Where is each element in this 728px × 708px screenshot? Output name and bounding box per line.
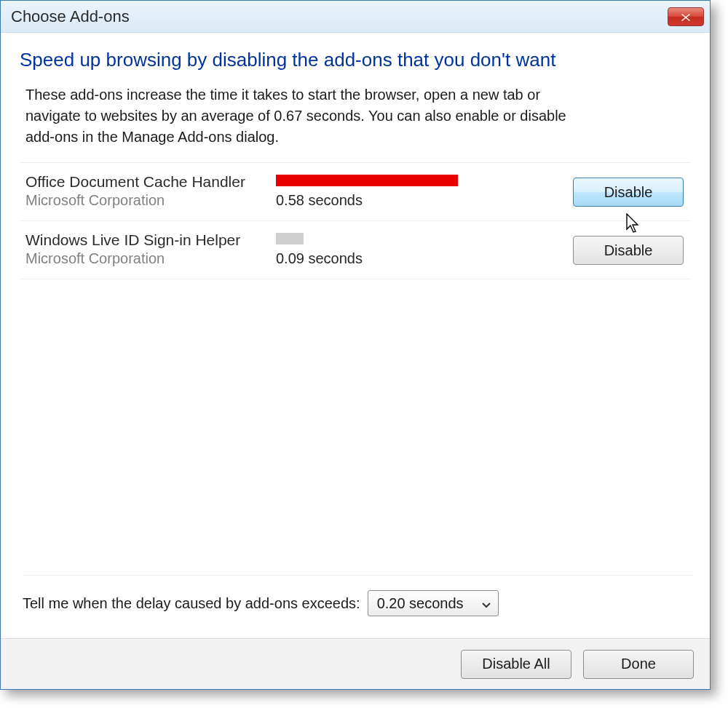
threshold-select[interactable]: 0.20 seconds xyxy=(368,590,499,616)
load-time-bar xyxy=(276,233,304,244)
load-time-bar xyxy=(276,175,458,186)
close-icon xyxy=(681,7,691,26)
title-bar: Choose Add-ons xyxy=(1,1,710,33)
load-time-label: 0.09 seconds xyxy=(276,250,502,267)
close-button[interactable] xyxy=(668,7,704,26)
addon-name: Windows Live ID Sign-in Helper xyxy=(25,231,276,249)
addon-publisher: Microsoft Corporation xyxy=(25,250,276,267)
window-title: Choose Add-ons xyxy=(11,7,668,26)
threshold-label: Tell me when the delay caused by add-ons… xyxy=(23,595,360,612)
threshold-value: 0.20 seconds xyxy=(377,595,464,612)
disable-all-button[interactable]: Disable All xyxy=(461,650,571,679)
addon-row: Office Document Cache Handler Microsoft … xyxy=(20,163,691,221)
addon-list: Office Document Cache Handler Microsoft … xyxy=(20,162,691,279)
disable-button[interactable]: Disable xyxy=(573,236,684,265)
addon-row: Windows Live ID Sign-in Helper Microsoft… xyxy=(20,221,691,279)
done-button[interactable]: Done xyxy=(583,650,694,679)
disable-button[interactable]: Disable xyxy=(573,178,684,207)
headline: Speed up browsing by disabling the add-o… xyxy=(20,49,691,71)
chevron-down-icon xyxy=(482,595,491,612)
dialog-body: Speed up browsing by disabling the add-o… xyxy=(1,33,710,279)
intro-text: These add-ons increase the time it takes… xyxy=(20,84,573,148)
threshold-row: Tell me when the delay caused by add-ons… xyxy=(23,575,692,616)
load-time-label: 0.58 seconds xyxy=(276,192,502,209)
addon-name: Office Document Cache Handler xyxy=(25,173,276,191)
addon-publisher: Microsoft Corporation xyxy=(25,192,276,209)
dialog-window: Choose Add-ons Speed up browsing by disa… xyxy=(0,0,711,690)
dialog-footer: Disable All Done xyxy=(1,638,710,689)
